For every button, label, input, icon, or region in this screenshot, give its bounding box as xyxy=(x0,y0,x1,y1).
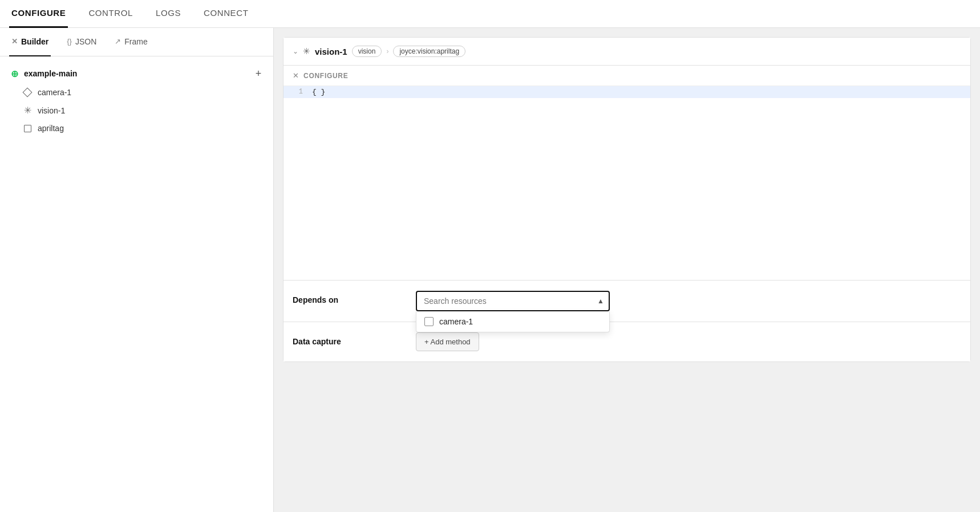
sidebar-tabs: ✕ Builder {} JSON ↗ Frame xyxy=(0,28,273,56)
sidebar-group-title: ⊕ example-main xyxy=(9,68,77,79)
depends-on-label: Depends on xyxy=(293,291,407,304)
dropdown-item-camera1[interactable]: camera-1 xyxy=(416,311,609,332)
frame-icon xyxy=(23,125,32,132)
code-editor[interactable]: 1 { } xyxy=(284,86,970,280)
wifi-icon: ⊕ xyxy=(9,68,19,79)
badge-vision: vision xyxy=(352,46,382,57)
search-resources-container: ▲ camera-1 xyxy=(416,291,610,311)
dropdown-item-label-camera1: camera-1 xyxy=(439,317,473,326)
configure-header: ✕ CONFIGURE xyxy=(284,66,970,86)
checkbox-camera1[interactable] xyxy=(424,317,434,326)
sidebar: ✕ Builder {} JSON ↗ Frame ⊕ example-main… xyxy=(0,28,274,512)
star-icon: ✳ xyxy=(23,105,32,116)
tab-json-label: JSON xyxy=(75,37,96,46)
builder-icon: ✕ xyxy=(11,37,18,46)
group-name: example-main xyxy=(24,69,77,78)
sidebar-item-label-apriltag: apriltag xyxy=(38,124,64,133)
data-capture-label: Data capture xyxy=(293,332,407,346)
tab-builder-label: Builder xyxy=(21,37,48,46)
badge-arrow-icon: › xyxy=(386,47,388,55)
search-resources-input[interactable] xyxy=(416,291,610,311)
collapse-button[interactable]: ⌄ xyxy=(293,47,298,55)
frame-tab-icon: ↗ xyxy=(115,37,121,46)
main-layout: ✕ Builder {} JSON ↗ Frame ⊕ example-main… xyxy=(0,28,980,512)
tab-frame-label: Frame xyxy=(124,37,147,46)
component-name: vision-1 xyxy=(315,47,347,56)
nav-configure[interactable]: CONFIGURE xyxy=(9,0,68,28)
add-component-button[interactable]: + xyxy=(253,68,264,79)
diamond-icon xyxy=(23,89,32,96)
nav-logs[interactable]: LOGS xyxy=(153,0,183,28)
component-card: ⌄ ✳ vision-1 vision › joyce:vision:april… xyxy=(283,37,971,362)
top-nav: CONFIGURE CONTROL LOGS CONNECT xyxy=(0,0,980,28)
component-header: ⌄ ✳ vision-1 vision › joyce:vision:april… xyxy=(284,38,970,66)
component-star-icon: ✳ xyxy=(303,46,310,56)
configure-label: CONFIGURE xyxy=(303,72,348,80)
dropdown-menu: camera-1 xyxy=(416,311,610,332)
close-configure-icon[interactable]: ✕ xyxy=(293,71,299,80)
sidebar-item-label-vision1: vision-1 xyxy=(38,106,65,115)
sidebar-item-apriltag[interactable]: apriltag xyxy=(0,120,273,137)
tab-builder[interactable]: ✕ Builder xyxy=(9,28,51,56)
line-number-1: 1 xyxy=(284,88,312,96)
line-content-1: { } xyxy=(312,88,325,96)
nav-control[interactable]: CONTROL xyxy=(86,0,135,28)
right-panel: ⌄ ✳ vision-1 vision › joyce:vision:april… xyxy=(274,28,980,512)
data-capture-section: Data capture + Add method xyxy=(284,322,970,361)
tab-json[interactable]: {} JSON xyxy=(64,28,99,56)
nav-connect[interactable]: CONNECT xyxy=(201,0,250,28)
add-method-label: + Add method xyxy=(424,338,471,346)
configure-section: ✕ CONFIGURE 1 { } xyxy=(284,66,970,281)
code-line-1: 1 { } xyxy=(284,86,970,98)
sidebar-item-camera-1[interactable]: camera-1 xyxy=(0,84,273,101)
sidebar-item-vision-1[interactable]: ✳ vision-1 xyxy=(0,101,273,120)
depends-on-section: Depends on ▲ camera-1 xyxy=(284,281,970,322)
badge-joyce: joyce:vision:apriltag xyxy=(393,46,465,57)
tab-frame[interactable]: ↗ Frame xyxy=(112,28,149,56)
sidebar-item-label-camera1: camera-1 xyxy=(38,88,71,97)
add-method-button[interactable]: + Add method xyxy=(416,332,479,351)
sidebar-group-header: ⊕ example-main + xyxy=(0,63,273,84)
json-icon: {} xyxy=(67,37,72,46)
sidebar-content: ⊕ example-main + camera-1 ✳ vision-1 xyxy=(0,56,273,512)
